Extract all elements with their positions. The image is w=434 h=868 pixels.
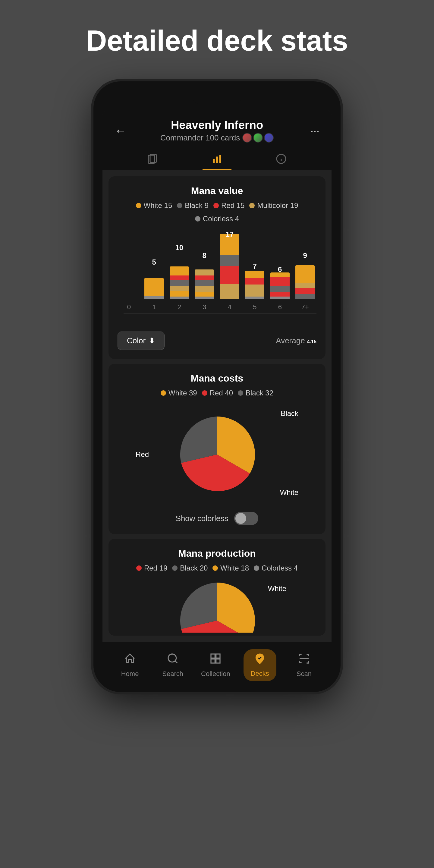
content-area: Mana value White 15 Black 9 Red 15 bbox=[102, 170, 332, 642]
mana-costs-legend: White 39 Red 40 Black 32 bbox=[118, 389, 316, 397]
toggle-label: Show colorless bbox=[176, 514, 228, 523]
phone-screen: ← Heavenly Inferno Commander 100 cards ·… bbox=[102, 110, 332, 692]
svg-point-8 bbox=[168, 654, 176, 662]
bar-6: 6 6 bbox=[269, 229, 291, 312]
scan-icon bbox=[298, 652, 310, 668]
bar-7plus: 9 7+ bbox=[294, 229, 317, 312]
bottom-nav: Home Search bbox=[102, 642, 332, 692]
screen-header: ← Heavenly Inferno Commander 100 cards ·… bbox=[102, 110, 332, 143]
deck-name: Heavenly Inferno bbox=[133, 119, 301, 132]
bar-2: 10 2 bbox=[168, 229, 191, 312]
production-pie-partial bbox=[175, 578, 259, 632]
bar-0: 0 bbox=[118, 229, 141, 312]
mana-costs-title: Mana costs bbox=[118, 373, 316, 384]
prod-legend-colorless: Colorless 4 bbox=[254, 564, 298, 572]
nav-decks[interactable]: Decks bbox=[244, 649, 276, 681]
nav-home-label: Home bbox=[121, 670, 139, 678]
bar-4: 17 4 bbox=[218, 229, 241, 312]
bar-1: 5 1 bbox=[143, 229, 166, 312]
nav-search-label: Search bbox=[162, 670, 183, 678]
show-colorless-toggle[interactable] bbox=[234, 512, 258, 525]
search-icon bbox=[167, 652, 179, 668]
mana-production-legend: Red 19 Black 20 White 18 Colorless 4 bbox=[118, 564, 316, 572]
pie-label-red: Red bbox=[135, 450, 149, 459]
more-button[interactable]: ··· bbox=[301, 124, 319, 137]
pie-label-white: White bbox=[280, 488, 299, 497]
svg-rect-10 bbox=[211, 654, 215, 658]
pie-chart-container: Black Red White bbox=[118, 403, 316, 506]
mana-value-legend: White 15 Black 9 Red 15 Multicolor 19 bbox=[118, 201, 316, 223]
prod-label-white: White bbox=[268, 584, 286, 593]
page-title: Detailed deck stats bbox=[0, 24, 434, 57]
pie-label-black: Black bbox=[281, 409, 299, 418]
bar-5: 7 5 bbox=[244, 229, 267, 312]
prod-legend-white: White 18 bbox=[213, 564, 249, 572]
nav-search[interactable]: Search bbox=[158, 652, 188, 678]
decks-icon bbox=[254, 653, 266, 668]
chart-controls: Color ⬍ Average 4.15 bbox=[118, 332, 316, 350]
back-button[interactable]: ← bbox=[115, 124, 133, 137]
commander-icon-2 bbox=[253, 133, 263, 143]
phone-notch bbox=[193, 96, 241, 104]
prod-legend-red: Red 19 bbox=[136, 564, 167, 572]
tab-bar bbox=[102, 143, 332, 170]
mana-costs-card: Mana costs White 39 Red 40 Black 32 bbox=[108, 364, 326, 534]
svg-rect-4 bbox=[219, 155, 221, 163]
svg-line-9 bbox=[175, 661, 177, 663]
legend-multicolor: Multicolor 19 bbox=[249, 201, 298, 210]
svg-rect-12 bbox=[211, 659, 215, 663]
nav-scan-label: Scan bbox=[297, 670, 312, 678]
average-display: Average 4.15 bbox=[276, 336, 316, 345]
pie-chart bbox=[175, 412, 259, 497]
bar-3: 8 3 bbox=[193, 229, 216, 312]
legend-black: Black 9 bbox=[177, 201, 209, 210]
header-center: Heavenly Inferno Commander 100 cards bbox=[133, 119, 301, 143]
svg-rect-11 bbox=[216, 654, 220, 658]
mana-value-title: Mana value bbox=[118, 185, 316, 196]
production-chart-partial: White bbox=[118, 578, 316, 632]
nav-collection-label: Collection bbox=[201, 670, 230, 678]
nav-home[interactable]: Home bbox=[115, 652, 145, 678]
svg-rect-3 bbox=[216, 157, 218, 163]
nav-decks-label: Decks bbox=[251, 670, 269, 678]
x-axis bbox=[124, 313, 316, 313]
commander-icon-3 bbox=[264, 133, 274, 143]
decks-active-pill: Decks bbox=[244, 649, 276, 681]
costs-legend-white: White 39 bbox=[161, 389, 197, 397]
svg-rect-2 bbox=[213, 159, 215, 163]
commander-icons bbox=[242, 133, 274, 143]
collection-icon bbox=[210, 652, 221, 668]
legend-colorless: Colorless 4 bbox=[195, 215, 239, 223]
deck-subtitle: Commander 100 cards bbox=[133, 133, 301, 143]
mana-production-card: Mana production Red 19 Black 20 White 18 bbox=[108, 539, 326, 636]
bar-chart: 0 5 1 bbox=[118, 229, 316, 326]
tab-info[interactable] bbox=[267, 149, 296, 170]
tab-stats[interactable] bbox=[203, 149, 231, 170]
mana-production-title: Mana production bbox=[118, 548, 316, 559]
toggle-row: Show colorless bbox=[118, 512, 316, 525]
nav-collection[interactable]: Collection bbox=[200, 652, 230, 678]
color-button[interactable]: Color ⬍ bbox=[118, 332, 164, 350]
legend-red: Red 15 bbox=[213, 201, 244, 210]
mana-value-card: Mana value White 15 Black 9 Red 15 bbox=[108, 176, 326, 359]
phone-mockup: ← Heavenly Inferno Commander 100 cards ·… bbox=[93, 82, 341, 692]
tab-cards[interactable] bbox=[138, 149, 167, 170]
costs-legend-black: Black 32 bbox=[238, 389, 273, 397]
toggle-knob bbox=[236, 513, 246, 524]
svg-rect-13 bbox=[216, 659, 220, 663]
prod-legend-black: Black 20 bbox=[172, 564, 208, 572]
legend-white: White 15 bbox=[136, 201, 173, 210]
nav-scan[interactable]: Scan bbox=[289, 652, 319, 678]
commander-icon-1 bbox=[242, 133, 252, 143]
home-icon bbox=[124, 652, 136, 668]
costs-legend-red: Red 40 bbox=[202, 389, 233, 397]
